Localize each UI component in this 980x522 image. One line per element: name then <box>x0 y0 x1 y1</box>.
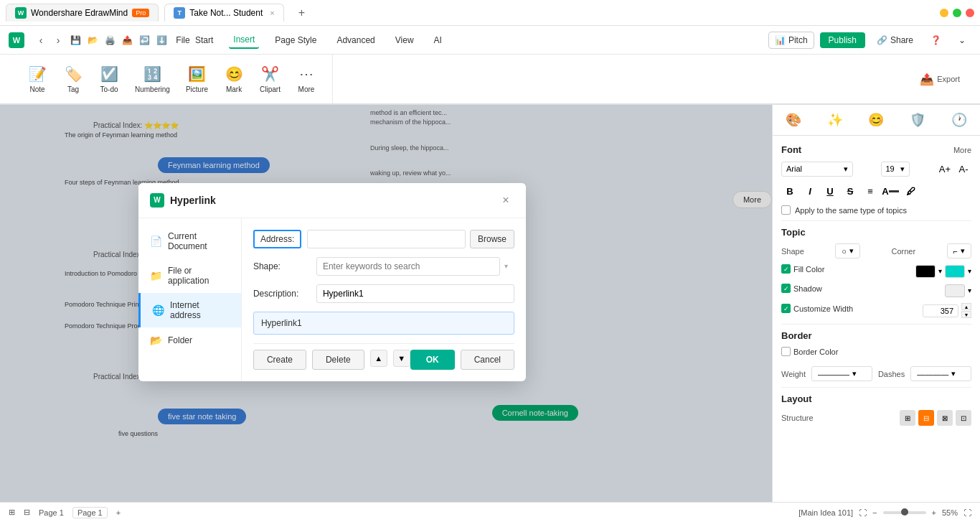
menu-ai[interactable]: AI <box>430 32 446 48</box>
menu-pagestyle[interactable]: Page Style <box>270 32 321 48</box>
page-add-btn[interactable]: + <box>116 508 121 517</box>
dialog-menu-file-app[interactable]: 📁 File or application <box>138 258 241 293</box>
rp-tab-shield[interactable]: 🛡️ <box>904 109 931 131</box>
canvas[interactable]: Practical Index: ⭐⭐⭐⭐ Feynman learning m… <box>0 105 772 502</box>
corner-select-box[interactable]: ⌐ ▾ <box>947 243 971 258</box>
italic-btn[interactable]: I <box>801 182 819 200</box>
ribbon-btn-note[interactable]: 📝 Note <box>20 61 55 98</box>
share-btn[interactable]: 🔗 Share <box>871 32 919 48</box>
browse-btn[interactable]: Browse <box>470 230 514 248</box>
font-color-btn[interactable]: A <box>882 182 899 200</box>
arrow-down-btn[interactable]: ▼ <box>393 350 410 367</box>
rp-tab-style[interactable]: 🎨 <box>780 109 807 131</box>
ribbon-export[interactable]: 📤 Export <box>911 55 969 103</box>
save-btn[interactable]: 💾 <box>67 32 83 48</box>
underline-btn[interactable]: U <box>821 182 839 200</box>
arrow-up-btn[interactable]: ▲ <box>370 350 387 367</box>
text-effect-btn[interactable]: 🖊 <box>902 182 919 200</box>
ribbon-btn-mark[interactable]: 😊 Mark <box>217 61 251 98</box>
publish-btn[interactable]: Publish <box>820 32 865 48</box>
help-btn[interactable]: ❓ <box>925 32 947 48</box>
zoom-out-btn[interactable]: − <box>872 508 877 517</box>
ribbon-btn-picture[interactable]: 🖼️ Picture <box>179 61 215 98</box>
menu-start[interactable]: Start <box>191 32 217 48</box>
open-btn[interactable]: 📂 <box>85 32 100 48</box>
shape-select-box[interactable]: ○ ▾ <box>835 243 860 258</box>
address-input[interactable] <box>307 230 466 248</box>
menu-file[interactable]: File <box>175 32 191 48</box>
print-btn[interactable]: 🖨️ <box>102 32 118 48</box>
tab-wondershare[interactable]: W Wondershare EdrawMind Pro <box>6 4 159 22</box>
page-selector[interactable]: Page 1 <box>72 507 108 518</box>
customize-width-checkbox[interactable]: ✓ <box>781 304 791 313</box>
border-color-checkbox[interactable] <box>781 347 791 356</box>
fill-color-dark-swatch[interactable] <box>915 265 936 278</box>
close-btn[interactable] <box>966 9 974 17</box>
shadow-checkbox[interactable]: ✓ <box>781 284 791 293</box>
strikethrough-btn[interactable]: S <box>842 182 859 200</box>
structure-icon-4[interactable]: ⊡ <box>956 410 971 426</box>
weight-select-box[interactable]: ———— ▾ <box>811 366 872 381</box>
export-btn[interactable]: 📤 <box>119 32 135 48</box>
apply-same-checkbox[interactable] <box>781 205 791 215</box>
ribbon-btn-todo[interactable]: ☑️ To-do <box>92 61 126 98</box>
font-decrease-btn[interactable]: A- <box>956 161 971 177</box>
delete-btn[interactable]: Delete <box>312 350 364 370</box>
ribbon-btn-numbering[interactable]: 🔢 Numbering <box>128 61 177 98</box>
tab-close-btn[interactable]: × <box>270 9 274 17</box>
page-add-icon[interactable]: ⊞ <box>9 508 15 517</box>
menu-view[interactable]: View <box>391 32 418 48</box>
fit-page-icon[interactable]: ⛶ <box>859 508 867 517</box>
width-down-btn[interactable]: ▼ <box>961 311 971 318</box>
dialog-close-btn[interactable]: × <box>497 192 514 209</box>
nav-back-btn[interactable]: ‹ <box>33 32 49 48</box>
rp-tab-clock[interactable]: 🕐 <box>946 109 973 131</box>
customize-width-input[interactable] <box>923 304 958 317</box>
new-tab-btn[interactable]: + <box>290 4 314 22</box>
align-btn[interactable]: ≡ <box>862 182 879 200</box>
ribbon-btn-tag[interactable]: 🏷️ Tag <box>56 61 90 98</box>
create-btn[interactable]: Create <box>253 350 306 370</box>
structure-icon-1[interactable]: ⊞ <box>900 410 915 426</box>
structure-icon-2[interactable]: ⊟ <box>918 410 934 426</box>
menu-advanced[interactable]: Advanced <box>332 32 379 48</box>
font-name-select[interactable]: Arial ▾ <box>781 162 853 177</box>
shape-search-input[interactable] <box>316 257 500 276</box>
width-up-btn[interactable]: ▲ <box>961 303 971 310</box>
font-more-label[interactable]: More <box>953 146 971 154</box>
hyperlink-list-item-1[interactable]: Hyperlink1 <box>253 312 514 335</box>
font-increase-btn[interactable]: A+ <box>937 161 953 177</box>
maximize-btn[interactable] <box>953 9 961 17</box>
dialog-menu-folder[interactable]: 📂 Folder <box>138 327 241 353</box>
shadow-color-swatch[interactable] <box>945 284 965 297</box>
rp-tab-ai[interactable]: ✨ <box>821 109 849 131</box>
more-menu-btn[interactable]: ⌄ <box>953 32 971 48</box>
menu-insert[interactable]: Insert <box>229 32 259 49</box>
description-input[interactable] <box>316 284 514 303</box>
minimize-btn[interactable] <box>940 9 948 17</box>
nav-forward-btn[interactable]: › <box>50 32 66 48</box>
fill-color-checkbox[interactable]: ✓ <box>781 264 791 274</box>
redo-btn[interactable]: ⬇️ <box>154 32 169 48</box>
ribbon-btn-clipart[interactable]: ✂️ Clipart <box>253 61 288 98</box>
ok-btn[interactable]: OK <box>410 350 455 370</box>
zoom-in-btn[interactable]: + <box>932 508 936 517</box>
ribbon-btn-more[interactable]: ⋯ More <box>289 61 324 98</box>
zoom-handle[interactable] <box>901 508 908 516</box>
dialog-menu-internet[interactable]: 🌐 Internet address <box>138 293 241 327</box>
fullscreen-btn[interactable]: ⛶ <box>963 508 971 517</box>
dialog-menu-current-doc[interactable]: 📄 Current Document <box>138 224 241 258</box>
cancel-btn[interactable]: Cancel <box>461 350 514 370</box>
bold-btn[interactable]: B <box>781 182 798 200</box>
border-color-row: Border Color <box>781 347 971 360</box>
structure-icon-3[interactable]: ⊠ <box>937 410 953 426</box>
undo-btn[interactable]: ↩️ <box>136 32 152 48</box>
tab-takenote[interactable]: T Take Not... Student × <box>164 4 284 22</box>
font-size-select[interactable]: 19 ▾ <box>881 162 910 177</box>
rp-tab-emoji[interactable]: 😊 <box>862 109 890 131</box>
fill-color-accent-swatch[interactable] <box>945 265 965 278</box>
dashes-select-box[interactable]: ———— ▾ <box>910 366 971 381</box>
pitch-btn[interactable]: 📊 Pitch <box>768 32 814 49</box>
zoom-slider[interactable] <box>883 511 926 514</box>
view-mode-icon[interactable]: ⊟ <box>24 508 30 517</box>
